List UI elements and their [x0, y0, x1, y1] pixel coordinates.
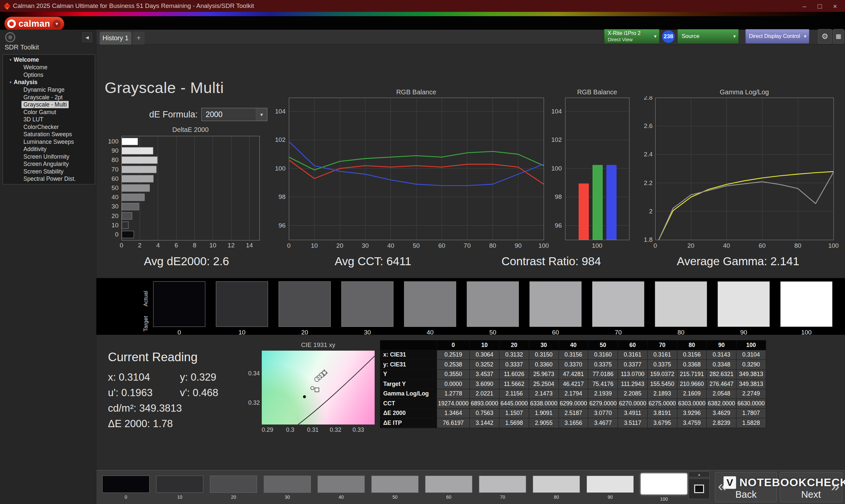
- sidebar-item-spectral-power-dist[interactable]: Spectral Power Dist.: [3, 175, 95, 183]
- sidebar-item-3d-lut[interactable]: 3D LUT: [3, 116, 95, 123]
- table-row: ΔE 20001.34640.75631.15071.90912.51873.0…: [380, 408, 766, 418]
- sidebar-title: SDR Toolkit: [5, 43, 39, 51]
- tree-group-welcome[interactable]: ▾Welcome: [3, 56, 95, 64]
- close-button[interactable]: ×: [833, 3, 837, 10]
- pattern-window-button[interactable]: [689, 479, 710, 499]
- grayscale-swatch-cell-40: 40: [404, 281, 456, 336]
- pattern-level-90[interactable]: 90: [586, 475, 634, 500]
- table-row: CCT19274.00006893.00006445.00006338.0000…: [380, 399, 766, 409]
- sidebar-item-screen-angularity[interactable]: Screen Angularity: [3, 160, 95, 168]
- svg-text:2: 2: [649, 208, 653, 215]
- table-cell: 0.3150: [529, 350, 559, 360]
- tab-history-1[interactable]: History 1: [100, 32, 131, 44]
- sidebar-item-welcome[interactable]: Welcome: [3, 64, 95, 71]
- settings-button[interactable]: ⚙: [818, 29, 832, 43]
- meter-count-badge[interactable]: 238: [662, 30, 675, 43]
- svg-text:12: 12: [228, 242, 235, 249]
- table-cell: 111.2943: [618, 379, 648, 389]
- table-row-label: Gamma Log/Log: [380, 389, 437, 399]
- add-tab-button[interactable]: +: [133, 32, 145, 44]
- table-cell: 0.2538: [437, 360, 470, 370]
- svg-text:2.6: 2.6: [644, 122, 653, 129]
- sidebar-item-grayscale-multi[interactable]: Grayscale - Multi: [3, 101, 95, 109]
- grayscale-swatch-label: 100: [801, 329, 812, 336]
- pattern-level-100[interactable]: 100: [640, 475, 688, 502]
- table-cell: 6445.0000: [499, 399, 529, 409]
- svg-text:80: 80: [489, 242, 496, 249]
- grayscale-swatch-label: 90: [740, 329, 747, 336]
- pattern-level-label: 40: [339, 494, 344, 500]
- sidebar-item-screen-stability[interactable]: Screen Stability: [3, 168, 95, 176]
- sidebar-tree: ▾WelcomeWelcomeOptions▾AnalysisDynamic R…: [3, 54, 95, 184]
- table-cell: 3.9296: [677, 408, 707, 418]
- table-cell: 0.3161: [647, 350, 677, 360]
- table-cell: 2.8239: [707, 418, 736, 428]
- sidebar-item-screen-uniformity[interactable]: Screen Uniformity: [3, 153, 95, 161]
- table-cell: 6279.0000: [588, 399, 618, 409]
- table-cell: 3.4759: [677, 418, 707, 428]
- grayscale-strip: Actual Target 0102030405060708090100: [96, 278, 845, 335]
- table-cell: 11.5662: [499, 379, 529, 389]
- table-col-header: 50: [588, 340, 618, 350]
- de-formula-select[interactable]: 2000 ▾: [201, 108, 267, 121]
- source-select-button[interactable]: Source ▾: [677, 29, 739, 43]
- table-cell: 2.1794: [559, 389, 588, 399]
- table-col-header: 0: [437, 340, 470, 350]
- pattern-level-20[interactable]: 20: [210, 475, 257, 500]
- layout-button[interactable]: ▦: [833, 29, 844, 43]
- pattern-level-30[interactable]: 30: [264, 475, 311, 500]
- grayscale-swatch-cell-70: 70: [592, 281, 644, 336]
- table-cell: 0.3550: [437, 370, 470, 379]
- table-cell: 75.4176: [588, 379, 618, 389]
- pattern-level-70[interactable]: 70: [479, 475, 526, 500]
- pattern-level-10[interactable]: 10: [156, 475, 203, 500]
- display-control-button[interactable]: Direct Display Control ▾: [745, 29, 809, 43]
- expander-icon[interactable]: ▾: [10, 58, 12, 62]
- pattern-bar: 0102030405060708090100 ▴ « Back » Next V…: [96, 470, 845, 504]
- pattern-window-icon: [694, 485, 704, 493]
- sidebar-item-luminance-sweeps[interactable]: Luminance Sweeps: [3, 138, 95, 146]
- expander-icon[interactable]: ▾: [10, 80, 12, 85]
- sidebar-item-additivity[interactable]: Additivity: [3, 145, 95, 153]
- table-cell: 3.1442: [470, 418, 499, 428]
- table-row-label: x: CIE31: [380, 350, 437, 360]
- pattern-level-80[interactable]: 80: [533, 475, 580, 500]
- table-cell: 3.4677: [588, 418, 618, 428]
- pattern-bar-expand-button[interactable]: ▴: [689, 471, 710, 477]
- sidebar-item-grayscale-2pt[interactable]: Grayscale - 2pt: [3, 94, 95, 101]
- pattern-level-60[interactable]: 60: [425, 475, 472, 500]
- pattern-level-40[interactable]: 40: [318, 475, 365, 500]
- contrast-ratio-stat: Contrast Ratio: 984: [472, 255, 631, 268]
- window-controls: – □ ×: [803, 3, 842, 10]
- table-cell: 1.1507: [499, 408, 529, 418]
- sidebar-item-color-gamut[interactable]: Color Gamut: [3, 109, 95, 116]
- pattern-level-label: 0: [125, 494, 127, 500]
- table-cell: 113.0700: [618, 370, 648, 379]
- grayscale-swatch-40: [404, 281, 456, 327]
- svg-text:98: 98: [279, 193, 285, 200]
- table-cell: 3.6090: [470, 379, 499, 389]
- table-cell: 47.4281: [559, 370, 588, 379]
- restore-button[interactable]: □: [817, 3, 822, 10]
- table-cell: 210.9660: [677, 379, 707, 389]
- sidebar-item-dynamic-range[interactable]: Dynamic Range: [3, 86, 95, 94]
- table-cell: 3.4537: [470, 370, 499, 379]
- table-cell: 2.0221: [470, 389, 499, 399]
- sidebar-item-saturation-sweeps[interactable]: Saturation Sweeps: [3, 131, 95, 138]
- grayscale-swatch-100: [780, 281, 832, 327]
- table-cell: 0.0000: [437, 379, 470, 389]
- sidebar-collapse-button[interactable]: ◀: [82, 32, 92, 42]
- current-reading-xy: x: 0.3104 y: 0.329: [108, 372, 216, 383]
- chevron-down-icon: ▾: [53, 20, 61, 28]
- workflow-icon[interactable]: [5, 32, 15, 42]
- pattern-level-50[interactable]: 50: [371, 475, 419, 500]
- pattern-level-0[interactable]: 0: [102, 475, 149, 500]
- meter-select-button[interactable]: X-Rite i1Pro 2 Direct View ▾: [604, 29, 659, 43]
- current-reading-uv: u': 0.1963 v': 0.468: [108, 387, 218, 399]
- tree-group-analysis[interactable]: ▾Analysis: [3, 78, 95, 86]
- table-cell: 0.3375: [588, 360, 618, 370]
- sidebar-item-colorchecker[interactable]: ColorChecker: [3, 123, 95, 131]
- minimize-button[interactable]: –: [803, 3, 806, 10]
- calman-menu-button[interactable]: calman ▾: [4, 17, 64, 31]
- sidebar-item-options[interactable]: Options: [3, 71, 95, 79]
